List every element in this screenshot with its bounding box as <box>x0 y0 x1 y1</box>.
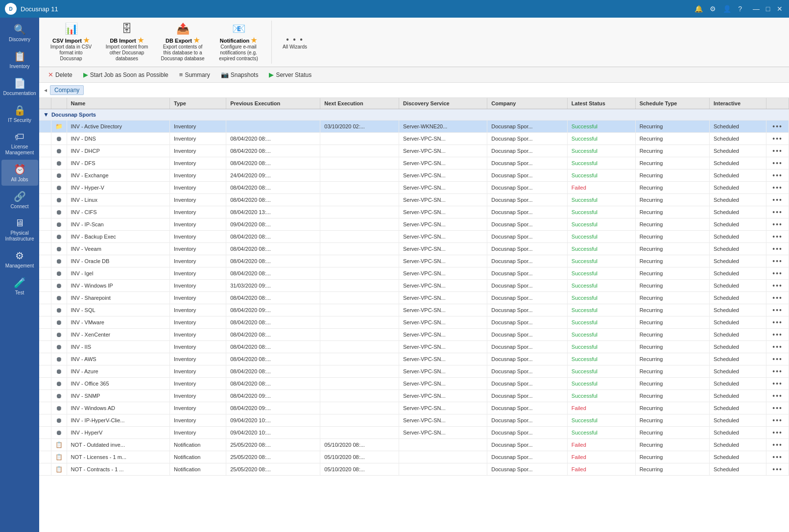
table-row[interactable]: ⏺ INV - CIFS Inventory 08/04/2020 13:...… <box>39 206 789 218</box>
th-type[interactable]: Type <box>170 98 226 109</box>
row-checkbox[interactable] <box>39 365 51 378</box>
row-checkbox[interactable] <box>39 329 51 341</box>
help-icon[interactable]: ? <box>738 5 742 13</box>
row-more-button[interactable]: ••• <box>770 147 785 155</box>
table-row[interactable]: ⏺ INV - Hyper-V Inventory 08/04/2020 08:… <box>39 182 789 194</box>
snapshots-button[interactable]: 📷 Snapshots <box>217 70 263 80</box>
th-discovery-service[interactable]: Discovery Service <box>399 98 487 109</box>
table-row[interactable]: ⏺ INV - Igel Inventory 08/04/2020 08:...… <box>39 267 789 280</box>
row-more-button[interactable]: ••• <box>770 441 785 449</box>
row-more-button[interactable]: ••• <box>770 355 785 363</box>
row-more-button[interactable]: ••• <box>770 429 785 436</box>
row-more-button[interactable]: ••• <box>770 122 785 130</box>
row-checkbox[interactable] <box>39 218 51 231</box>
table-row[interactable]: ⏺ INV - IP-Scan Inventory 09/04/2020 08:… <box>39 218 789 231</box>
row-checkbox[interactable] <box>39 206 51 218</box>
th-next-exec[interactable]: Next Execution <box>320 98 399 109</box>
row-checkbox[interactable] <box>39 194 51 206</box>
row-more-button[interactable]: ••• <box>770 404 785 412</box>
row-checkbox[interactable] <box>39 157 51 169</box>
table-row[interactable]: ⏺ INV - VMware Inventory 08/04/2020 08:.… <box>39 316 789 329</box>
row-more-button[interactable]: ••• <box>770 343 785 351</box>
table-row[interactable]: ⏺ INV - SNMP Inventory 08/04/2020 09:...… <box>39 390 789 402</box>
th-interactive[interactable]: Interactive <box>710 98 766 109</box>
server-status-button[interactable]: ▶ Server Status <box>265 70 315 80</box>
table-row[interactable]: ⏺ INV - AWS Inventory 08/04/2020 08:... … <box>39 353 789 365</box>
row-more-button[interactable]: ••• <box>770 380 785 387</box>
summary-button[interactable]: ≡ Summary <box>175 70 214 80</box>
row-checkbox[interactable] <box>39 378 51 390</box>
th-schedule-type[interactable]: Schedule Type <box>635 98 709 109</box>
close-button[interactable]: ✕ <box>775 4 784 13</box>
delete-button[interactable]: ✕ Delete <box>44 70 76 80</box>
row-more-button[interactable]: ••• <box>770 331 785 339</box>
table-row[interactable]: ⏺ INV - DFS Inventory 08/04/2020 08:... … <box>39 157 789 169</box>
row-checkbox[interactable] <box>39 280 51 292</box>
row-checkbox[interactable] <box>39 402 51 414</box>
row-checkbox[interactable] <box>39 255 51 267</box>
sidebar-item-discovery[interactable]: 🔍 Discovery <box>1 20 38 46</box>
row-more-button[interactable]: ••• <box>770 453 785 461</box>
row-more-button[interactable]: ••• <box>770 318 785 326</box>
table-row[interactable]: ⏺ INV - XenCenter Inventory 08/04/2020 0… <box>39 329 789 341</box>
table-row[interactable]: ⏺ INV - Backup Exec Inventory 08/04/2020… <box>39 231 789 243</box>
row-checkbox[interactable] <box>39 133 51 145</box>
table-row[interactable]: ⏺ INV - Windows AD Inventory 08/04/2020 … <box>39 402 789 414</box>
row-more-button[interactable]: ••• <box>770 233 785 241</box>
table-row[interactable]: ⏺ INV - IIS Inventory 08/04/2020 08:... … <box>39 341 789 353</box>
row-more-button[interactable]: ••• <box>770 269 785 277</box>
row-checkbox[interactable] <box>39 304 51 316</box>
row-checkbox[interactable] <box>39 341 51 353</box>
settings-icon[interactable]: ⚙ <box>710 5 716 13</box>
row-checkbox[interactable] <box>39 316 51 329</box>
th-prev-exec[interactable]: Previous Execution <box>226 98 320 109</box>
table-row[interactable]: ⏺ INV - Azure Inventory 08/04/2020 08:..… <box>39 365 789 378</box>
table-row[interactable]: ⏺ INV - Sharepoint Inventory 08/04/2020 … <box>39 292 789 304</box>
row-checkbox[interactable] <box>39 267 51 280</box>
user-icon[interactable]: 👤 <box>723 5 731 13</box>
table-row[interactable]: 📁 INV - Active Directory Inventory 03/10… <box>39 121 789 133</box>
row-more-button[interactable]: ••• <box>770 392 785 400</box>
csv-import-button[interactable]: 📊 CSV Import★ Import data in CSV format … <box>44 21 98 64</box>
row-checkbox[interactable] <box>39 182 51 194</box>
sidebar-item-it-security[interactable]: 🔒 IT Security <box>1 100 38 126</box>
row-more-button[interactable]: ••• <box>770 416 785 424</box>
row-checkbox[interactable] <box>39 169 51 182</box>
row-checkbox[interactable] <box>39 231 51 243</box>
table-row[interactable]: ⏺ INV - Windows IP Inventory 31/03/2020 … <box>39 280 789 292</box>
table-row[interactable]: ⏺ INV - Exchange Inventory 24/04/2020 09… <box>39 169 789 182</box>
company-filter-tag[interactable]: Company <box>50 85 84 95</box>
row-checkbox[interactable] <box>39 463 51 476</box>
row-more-button[interactable]: ••• <box>770 135 785 143</box>
row-checkbox[interactable] <box>39 390 51 402</box>
row-more-button[interactable]: ••• <box>770 159 785 167</box>
notification-button[interactable]: 📧 Notification★ Configure e-mail notific… <box>212 21 265 64</box>
table-row[interactable]: 📋 NOT - Licenses - 1 m... Notification 2… <box>39 451 789 463</box>
row-more-button[interactable]: ••• <box>770 245 785 253</box>
row-checkbox[interactable] <box>39 451 51 463</box>
table-row[interactable]: ⏺ INV - SQL Inventory 08/04/2020 09:... … <box>39 304 789 316</box>
table-row[interactable]: ⏺ INV - HyperV Inventory 09/04/2020 10:.… <box>39 427 789 439</box>
table-row[interactable]: ⏺ INV - Veeam Inventory 08/04/2020 08:..… <box>39 243 789 255</box>
sidebar-item-connect[interactable]: 🔗 Connect <box>1 187 38 213</box>
row-more-button[interactable]: ••• <box>770 465 785 473</box>
th-latest-status[interactable]: Latest Status <box>567 98 635 109</box>
row-checkbox[interactable] <box>39 353 51 365</box>
row-more-button[interactable]: ••• <box>770 257 785 265</box>
minimize-button[interactable]: — <box>752 4 761 13</box>
table-row[interactable]: ⏺ INV - IP-HyperV-Clie... Inventory 09/0… <box>39 414 789 427</box>
table-row[interactable]: ⏺ INV - Office 365 Inventory 08/04/2020 … <box>39 378 789 390</box>
row-more-button[interactable]: ••• <box>770 220 785 228</box>
table-row[interactable]: ⏺ INV - Oracle DB Inventory 08/04/2020 0… <box>39 255 789 267</box>
row-more-button[interactable]: ••• <box>770 282 785 290</box>
table-row[interactable]: ⏺ INV - DHCP Inventory 08/04/2020 08:...… <box>39 145 789 157</box>
notification-icon[interactable]: 🔔 <box>694 5 703 13</box>
maximize-button[interactable]: □ <box>764 4 772 13</box>
row-checkbox[interactable] <box>39 121 51 133</box>
table-row[interactable]: ⏺ INV - DNS Inventory 08/04/2020 08:... … <box>39 133 789 145</box>
sidebar-item-physical-infrastructure[interactable]: 🖥 Physical Infrastructure <box>1 214 38 245</box>
sidebar-item-documentation[interactable]: 📄 Documentation <box>1 73 38 99</box>
db-import-button[interactable]: 🗄 DB Import★ Import content from other D… <box>100 21 154 64</box>
row-more-button[interactable]: ••• <box>770 306 785 314</box>
row-checkbox[interactable] <box>39 145 51 157</box>
